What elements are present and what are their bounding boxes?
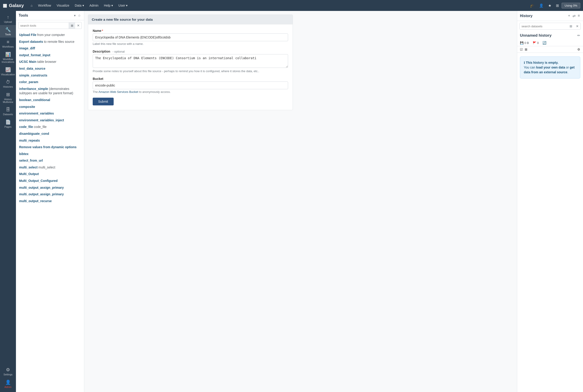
bucket-input[interactable] bbox=[93, 82, 288, 89]
sidebar-item-datasets[interactable]: 🗄 Datasets bbox=[0, 105, 16, 118]
history-add-icon[interactable]: + bbox=[567, 13, 570, 18]
tool-item-ucsc-main[interactable]: UCSC Main table browser bbox=[16, 58, 84, 65]
history-switch-icon[interactable]: ⇄ bbox=[572, 13, 576, 18]
tool-item-image-diff[interactable]: image_diff bbox=[16, 45, 84, 52]
form-group-description: Description - optional The Encyclopedia … bbox=[93, 50, 288, 73]
tool-item-disambiguate-cond[interactable]: disambiguate_cond bbox=[16, 130, 84, 137]
tools-search-clear-btn[interactable]: ✕ bbox=[75, 22, 82, 29]
tool-item-output-format-input[interactable]: output_format_input bbox=[16, 52, 84, 59]
disk-usage-badge: Using 0% bbox=[561, 3, 580, 8]
history-search-input[interactable] bbox=[520, 23, 568, 29]
home-nav-link[interactable]: ⌂ bbox=[29, 2, 35, 9]
name-hint: Label this new file source with a name. bbox=[93, 42, 288, 46]
tool-name: multi_select bbox=[19, 166, 38, 169]
history-edit-icon[interactable]: ✏ bbox=[577, 34, 580, 38]
help-nav-link[interactable]: Help ▾ bbox=[102, 2, 115, 9]
sidebar-label-histories: Histories bbox=[3, 85, 13, 88]
tool-name: Remove values from dynamic options bbox=[19, 145, 77, 149]
tools-panel-header: Tools ▾ ☆ bbox=[16, 11, 84, 20]
tool-item-color-param[interactable]: color_param bbox=[16, 79, 84, 86]
tool-item-export-datasets[interactable]: Export datasets to remote files source bbox=[16, 38, 84, 45]
tool-item-multi-output[interactable]: Multi_Output bbox=[16, 171, 84, 178]
sidebar-item-settings[interactable]: ⚙ Settings bbox=[0, 365, 16, 378]
user-nav-link[interactable]: User ▾ bbox=[116, 2, 130, 9]
tool-item-remove-values[interactable]: Remove values from dynamic options bbox=[16, 144, 84, 151]
tool-item-test-data-source[interactable]: test_data_source bbox=[16, 65, 84, 72]
main-content: Create a new file source for your data N… bbox=[84, 11, 517, 392]
tool-name: multi_repeats bbox=[19, 139, 40, 142]
tool-item-multi-output-assign-primary-1[interactable]: multi_output_assign_primary bbox=[16, 184, 84, 191]
data-nav-link[interactable]: Data ▾ bbox=[73, 2, 86, 9]
tool-item-multi-repeats[interactable]: multi_repeats bbox=[16, 137, 84, 144]
history-toolbar-settings-icon[interactable]: ⚙ bbox=[577, 48, 580, 51]
history-load-own-link[interactable]: load your own data bbox=[536, 66, 565, 69]
tool-item-inheritance-simple[interactable]: inheritance_simple (demonstrates subtype… bbox=[16, 86, 84, 97]
history-name: Unnamed history bbox=[520, 33, 575, 38]
visualization-icon: 📈 bbox=[5, 67, 11, 72]
tool-item-simple-constructs[interactable]: simple_constructs bbox=[16, 72, 84, 79]
tool-item-composite[interactable]: composite bbox=[16, 104, 84, 110]
sidebar-item-workflows[interactable]: ≡ Workflows bbox=[0, 38, 16, 50]
star-icon[interactable]: ★ bbox=[546, 2, 553, 9]
tool-name: Upload File bbox=[19, 33, 36, 37]
tool-item-select-from-url[interactable]: select_from_url bbox=[16, 157, 84, 164]
description-textarea[interactable]: The Encyclopedia of DNA Elements (ENCODE… bbox=[93, 54, 288, 68]
tool-name: Export datasets bbox=[19, 40, 43, 44]
sidebar-label-settings: Settings bbox=[4, 373, 13, 376]
tools-bookmark-icon[interactable]: ☆ bbox=[78, 13, 81, 18]
tool-name: color_param bbox=[19, 80, 38, 84]
name-label-text: Name bbox=[93, 29, 101, 32]
sidebar-item-upload[interactable]: ↑ Upload bbox=[0, 13, 16, 25]
tool-item-code-file[interactable]: code_file code_file bbox=[16, 124, 84, 130]
name-input[interactable] bbox=[93, 34, 288, 41]
workflow-nav-link[interactable]: Workflow bbox=[36, 2, 53, 9]
description-optional-text: - optional bbox=[113, 50, 125, 53]
sidebar-item-tools[interactable]: 🔧 Tools bbox=[0, 25, 16, 38]
tool-item-multi-output-assign-primary-2[interactable]: multi_output_assign_primary bbox=[16, 191, 84, 198]
tools-search-filter-btn[interactable]: ⊞ bbox=[69, 22, 75, 29]
tool-name: code_file bbox=[19, 125, 33, 128]
form-submit-section: Submit bbox=[93, 98, 288, 106]
masquerade-icon[interactable]: 🎓 bbox=[528, 2, 536, 9]
tool-item-environment-variables[interactable]: environment_variables bbox=[16, 110, 84, 117]
tool-item-boolean-conditional[interactable]: boolean_conditional bbox=[16, 97, 84, 104]
form-body: Name* Label this new file source with a … bbox=[88, 24, 293, 110]
apps-icon[interactable]: ⊞ bbox=[554, 2, 561, 9]
sidebar-label-workflows: Workflows bbox=[2, 45, 14, 48]
sidebar-item-history-multiview[interactable]: ⊞ HistoryMultiview bbox=[0, 90, 16, 105]
tool-name: composite bbox=[19, 105, 35, 108]
history-menu-icon[interactable]: ≡ bbox=[577, 13, 580, 18]
sidebar-item-pages[interactable]: 📄 Pages bbox=[0, 118, 16, 130]
history-search-filter-icon[interactable]: ⊞ bbox=[568, 23, 574, 29]
multiview-icon: ⊞ bbox=[6, 92, 10, 97]
history-checkbox-icon[interactable]: ☑ bbox=[520, 48, 523, 51]
tool-item-multi-output-recurse[interactable]: multi_output_recurse bbox=[16, 198, 84, 205]
tool-item-upload-file[interactable]: Upload File from your computer bbox=[16, 32, 84, 38]
admin-nav-link[interactable]: Admin bbox=[87, 2, 101, 9]
tools-dropdown-icon[interactable]: ▾ bbox=[74, 13, 76, 18]
visualize-nav-link[interactable]: Visualize bbox=[54, 2, 72, 9]
history-search-clear-icon[interactable]: ✕ bbox=[574, 23, 580, 29]
history-period: . bbox=[567, 70, 568, 74]
user-icon[interactable]: 👤 bbox=[537, 2, 545, 9]
tools-search-input[interactable] bbox=[19, 22, 69, 29]
sync-stat-icon[interactable]: 🔄 bbox=[542, 41, 546, 44]
history-or-text: or bbox=[565, 66, 570, 69]
sidebar-item-workflow-invocations[interactable]: 📊 WorkflowInvocations bbox=[0, 50, 16, 65]
submit-button[interactable]: Submit bbox=[93, 98, 114, 106]
tool-item-multi-output-configured[interactable]: Multi_Output_Configured bbox=[16, 178, 84, 184]
history-expand-icon[interactable]: ⊠ bbox=[525, 48, 527, 51]
description-label: Description - optional bbox=[93, 50, 288, 53]
sidebar-item-visualization[interactable]: 📈 Visualization bbox=[0, 65, 16, 78]
brand-logo[interactable]: ▦ Galaxy bbox=[3, 3, 24, 8]
tool-item-environment-variables-inject[interactable]: environment_variables_inject bbox=[16, 117, 84, 124]
description-label-text: Description bbox=[93, 50, 110, 53]
tool-item-bibtex[interactable]: bibtex bbox=[16, 151, 84, 158]
tool-item-multi-select[interactable]: multi_select multi_select bbox=[16, 164, 84, 171]
flag-stat: 🚩 0 bbox=[533, 41, 539, 44]
form-group-name: Name* Label this new file source with a … bbox=[93, 29, 288, 46]
sidebar-label-multiview: HistoryMultiview bbox=[3, 98, 13, 103]
sidebar-item-admin[interactable]: 👤 Admin bbox=[0, 378, 16, 390]
sidebar-item-histories[interactable]: ⏱ Histories bbox=[0, 78, 16, 90]
bucket-hint-link[interactable]: Amazon Web Services Bucket bbox=[98, 90, 138, 94]
